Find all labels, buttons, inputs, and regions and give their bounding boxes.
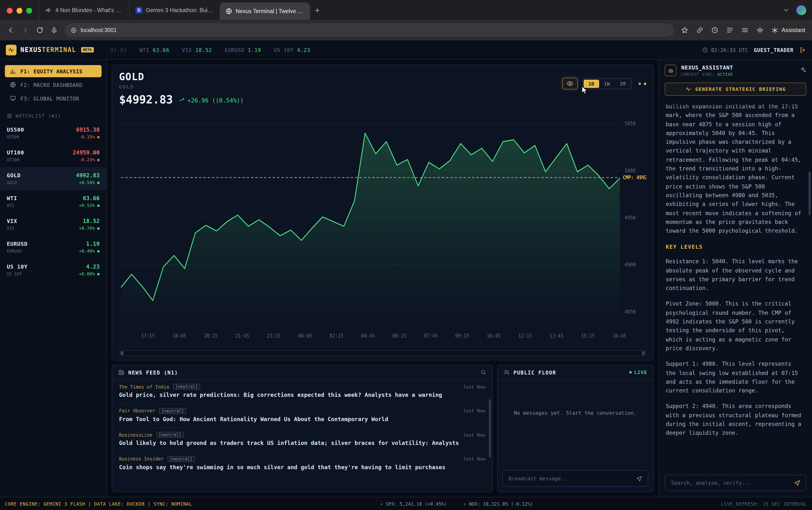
assistant-input[interactable] — [670, 479, 790, 486]
watchlist-row-us10y[interactable]: US 10Y4.23 US 10Y+0.00% — [0, 259, 107, 281]
timeframe-1m-button[interactable]: 1M — [615, 80, 630, 88]
address-bar[interactable]: localhost:3001 — [65, 23, 674, 37]
window-minimize-button[interactable] — [17, 8, 22, 13]
reload-button[interactable] — [36, 26, 44, 34]
watchlist-row-us500[interactable]: US5006915.38 US500-0.15% — [0, 121, 107, 144]
instrument-subtitle: GOLD — [119, 84, 244, 89]
svg-text:23:15: 23:15 — [267, 333, 281, 339]
search-icon[interactable] — [480, 369, 486, 376]
ticker-item-wti: WTI63.66 — [140, 47, 169, 53]
audio-waveform-icon[interactable] — [756, 26, 764, 34]
site-info-globe-icon[interactable] — [70, 27, 77, 33]
window-close-button[interactable] — [7, 8, 12, 13]
instrument-change: +26.96 ((0.54%)) — [179, 97, 244, 104]
window-zoom-button[interactable] — [26, 8, 32, 13]
assistant-transcript[interactable]: bullish expansion initiated at the 17:15… — [659, 99, 812, 470]
timeframe-selector: 1D 1W 1M — [582, 78, 632, 89]
range-handle-right[interactable] — [642, 351, 645, 355]
send-icon[interactable] — [793, 479, 801, 486]
history-icon[interactable] — [711, 26, 719, 34]
watchlist-row-vix[interactable]: VIX18.52 VIX+0.76% — [0, 213, 107, 236]
svg-text:09:15: 09:15 — [455, 333, 469, 339]
browser-tab-nexus-terminal[interactable]: Nexus Terminal | Twelve Dat — [220, 2, 310, 20]
live-badge: LIVE — [629, 370, 647, 375]
news-item[interactable]: BusinessLine[neutral]Just Now Gold likel… — [112, 428, 492, 452]
profile-avatar[interactable] — [796, 5, 806, 15]
nav-toolbar-icons: Assistant — [681, 26, 805, 34]
svg-text:10:45: 10:45 — [487, 333, 500, 339]
range-handle-left[interactable] — [120, 351, 123, 355]
svg-text:17:15: 17:15 — [141, 333, 155, 339]
broadcast-input[interactable] — [508, 475, 632, 482]
robot-icon — [667, 67, 674, 73]
browser-tab-hackathon[interactable]: D Gemini 3 Hackathon: Build w — [129, 0, 220, 20]
news-item[interactable]: The Times of India[neutral]Just Now Gold… — [112, 380, 492, 404]
robot-icon-badge — [665, 65, 676, 76]
forward-button[interactable] — [21, 26, 29, 34]
watch-toggle-button[interactable] — [562, 78, 578, 89]
svg-text:13:45: 13:45 — [550, 333, 563, 339]
broadcast-input-row — [502, 470, 648, 487]
svg-text:15:15: 15:15 — [581, 333, 595, 339]
sidebar-item-macro-dashboard[interactable]: F2: MACRO DASHBOARD — [5, 79, 102, 91]
speaker-icon — [45, 6, 52, 13]
news-item[interactable]: Business Insider[neutral]Just Now Coin s… — [112, 452, 492, 476]
sentiment-badge: [neutral] — [159, 408, 186, 414]
browser-tab-music[interactable]: 4 Non Blondes - What's Up | — [39, 0, 129, 20]
index-quotes: ›SPX: 5,241.10 (+0.45%) ›NDX: 18,321.05 … — [380, 501, 533, 506]
key-level-resistance: Resistance 1: 5040. This level marks the… — [666, 258, 803, 293]
bottom-row: NEWS FEED (N1) The Times of India[neutra… — [112, 365, 654, 492]
sidebar-item-equity-analysis[interactable]: F1: EQUITY ANALYSIS — [5, 65, 102, 77]
key-level-pivot: Pivot Zone: 5000. This is the critical p… — [666, 300, 803, 353]
news-scrollbar[interactable] — [489, 399, 491, 457]
svg-text:21:45: 21:45 — [235, 333, 249, 339]
ndx-quote: ›NDX: 18,321.05 (-0.12%) — [463, 501, 533, 506]
browser-assistant-button[interactable]: Assistant — [772, 27, 805, 34]
svg-text:CMP: 4992.83: CMP: 4992.83 — [623, 175, 646, 180]
menu-icon[interactable] — [741, 26, 749, 34]
assistant-scrollbar[interactable] — [809, 172, 811, 215]
send-icon[interactable] — [636, 475, 643, 482]
change-dot — [97, 273, 99, 275]
back-button[interactable] — [7, 26, 14, 34]
eye-icon — [567, 80, 573, 87]
username: GUEST_TRADER — [754, 47, 793, 53]
terminal-header: NEXUSTERMINAL BETA 92.83 WTI63.66 VIX18.… — [0, 40, 812, 60]
new-tab-button[interactable]: + — [315, 6, 320, 16]
mic-button[interactable] — [51, 27, 58, 34]
chevron-down-icon[interactable] — [783, 7, 790, 13]
assistant-input-row — [665, 475, 806, 491]
news-list: The Times of India[neutral]Just Now Gold… — [112, 380, 492, 491]
sentiment-badge: [neutral] — [156, 432, 183, 438]
logout-icon[interactable] — [800, 47, 806, 53]
svg-text:00:45: 00:45 — [298, 333, 312, 339]
key-level-support2: Support 2: 4940. This area corresponds w… — [666, 402, 803, 438]
sentiment-badge: [neutral] — [173, 384, 200, 390]
price-chart[interactable]: 5050500049504900485017:1518:4520:1521:45… — [119, 109, 646, 348]
sparkles-icon[interactable] — [800, 66, 806, 73]
news-item[interactable]: Fair Observer[neutral]Just Now From Tool… — [112, 404, 492, 428]
timeframe-1w-button[interactable]: 1W — [599, 80, 615, 88]
mouse-cursor — [581, 86, 588, 95]
amber-status-dot — [644, 82, 646, 85]
svg-text:5000: 5000 — [625, 168, 636, 174]
watchlist-row-ut100[interactable]: UT10024959.00 UT100-0.23% — [0, 144, 107, 167]
reading-list-icon[interactable] — [726, 26, 734, 34]
watchlist-row-gold[interactable]: GOLD4992.83 GOLD+0.54% — [0, 167, 107, 190]
bookmark-star-icon[interactable] — [681, 26, 689, 34]
sidebar-item-global-monitor[interactable]: F3: GLOBAL MONITOR — [5, 92, 102, 104]
change-dot — [97, 158, 99, 161]
center-column: GOLD GOLD $4992.83 +26.96 ((0.54%)) — [107, 60, 659, 497]
assistant-panel: NEXUS_ASSISTANT CONTEXT SYNC: ACTIVE GEN… — [659, 60, 812, 497]
copy-link-icon[interactable] — [696, 26, 704, 34]
chart-range-scrollbar[interactable] — [119, 350, 646, 356]
chart-canvas[interactable]: 5050500049504900485017:1518:4520:1521:45… — [119, 109, 646, 348]
watchlist-row-eurusd[interactable]: EURUSD1.19 EURUSD+0.40% — [0, 236, 107, 259]
floor-empty-state: No messages yet. Start the conversation. — [497, 380, 653, 465]
beta-badge: BETA — [81, 47, 94, 53]
svg-text:18:45: 18:45 — [173, 333, 186, 339]
watchlist-row-wti[interactable]: WTI63.66 WTI+0.52% — [0, 190, 107, 213]
clock-icon — [702, 47, 708, 53]
generate-briefing-button[interactable]: GENERATE STRATEGIC BRIEFING — [665, 83, 806, 96]
status-dots — [639, 82, 646, 85]
